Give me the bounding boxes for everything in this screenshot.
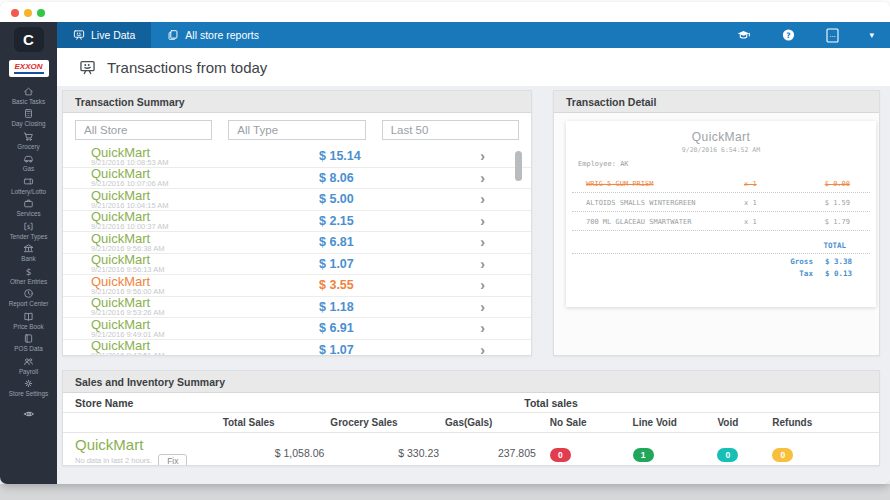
- line-void-badge: 1: [633, 448, 654, 462]
- table-group-header-row: Store Name Total sales: [63, 393, 879, 413]
- sidebar-item[interactable]: Services: [0, 197, 57, 220]
- transaction-row[interactable]: QuickMart 9/21/2016 9:49:01 AM $ 6.91 ›: [63, 318, 531, 340]
- transaction-timestamp: 9/21/2016 9:47:51 AM: [91, 352, 319, 356]
- transaction-detail-header: Transaction Detail: [554, 91, 879, 113]
- svg-text:$: $: [27, 223, 31, 229]
- transaction-row[interactable]: QuickMart 9/21/2016 9:53:26 AM $ 1.18 ›: [63, 297, 531, 319]
- sidebar-item[interactable]: Day Closing: [0, 107, 57, 130]
- sidebar-item-label: Price Book: [13, 323, 43, 330]
- sidebar-item-icon: [23, 288, 34, 299]
- svg-text:...: ...: [830, 30, 837, 38]
- training-cap-icon[interactable]: [736, 28, 751, 42]
- type-filter-input[interactable]: All Type: [228, 120, 365, 140]
- transaction-timestamp: 9/21/2016 10:07:06 AM: [91, 180, 319, 187]
- chevron-right-icon[interactable]: ›: [480, 302, 485, 312]
- chevron-right-icon[interactable]: ›: [480, 237, 485, 247]
- chevron-down-icon[interactable]: ▾: [869, 30, 874, 40]
- chevron-right-icon[interactable]: ›: [480, 194, 485, 204]
- sidebar-item[interactable]: Basic Tasks: [0, 84, 57, 107]
- sidebar-item-label: Bank: [21, 255, 35, 262]
- sidebar-item-label: Lottery/Lotto: [11, 188, 46, 195]
- receipt-item-price: $ 0.00: [825, 180, 850, 188]
- sidebar-item[interactable]: Bank: [0, 242, 57, 265]
- sidebar-item[interactable]: $ Tender Types: [0, 219, 57, 242]
- svg-text:?: ?: [787, 31, 791, 40]
- transaction-store: QuickMart 9/21/2016 9:49:01 AM: [91, 319, 319, 338]
- sidebar-item[interactable]: $ Other Entries: [0, 264, 57, 287]
- receipt-total-row-value: $ 3.38: [825, 257, 852, 266]
- fix-button[interactable]: Fix: [158, 454, 187, 467]
- transaction-summary-header: Transaction Summary: [63, 91, 531, 113]
- page-title: Transactions from today: [107, 59, 267, 76]
- transaction-detail-panel: Transaction Detail QuickMart 9/20/2016 6…: [553, 90, 880, 356]
- no-sale-badge: 0: [550, 448, 571, 462]
- help-icon[interactable]: ?: [781, 28, 796, 42]
- chevron-right-icon[interactable]: ›: [480, 173, 485, 183]
- sidebar-item[interactable]: Gas: [0, 152, 57, 175]
- transaction-amount: $ 1.07: [319, 343, 419, 356]
- sidebar-item[interactable]: Payroll: [0, 354, 57, 377]
- chevron-right-icon[interactable]: ›: [480, 323, 485, 333]
- receipt-total-row-label: Gross: [790, 257, 813, 266]
- grocery-sales-value: $ 330.23: [330, 447, 445, 459]
- zoom-window-button[interactable]: [37, 9, 45, 17]
- transaction-row[interactable]: QuickMart 9/21/2016 9:56:00 AM $ 3.55 ›: [63, 275, 531, 297]
- chevron-right-icon[interactable]: ›: [480, 280, 485, 290]
- receipt-item-price: $ 1.79: [825, 218, 850, 226]
- tab-live-data[interactable]: Live Data: [57, 22, 151, 48]
- transaction-row[interactable]: QuickMart 9/21/2016 10:00:37 AM $ 2.15 ›: [63, 211, 531, 233]
- chevron-right-icon[interactable]: ›: [480, 216, 485, 226]
- receipt-items: WRIG-5-GUM PRISM x 1 $ 0.00 ALTOIDS SMAL…: [572, 177, 870, 231]
- refunds-badge: 0: [772, 448, 793, 462]
- store-filter-input[interactable]: All Store: [75, 120, 212, 140]
- receipt-item-name: WRIG-5-GUM PRISM: [586, 180, 744, 188]
- minimize-window-button[interactable]: [24, 9, 32, 17]
- count-filter-input[interactable]: Last 50: [382, 120, 519, 140]
- tab-all-store-reports[interactable]: All store reports: [151, 22, 275, 48]
- col-total-sales: Total Sales: [223, 417, 331, 428]
- transaction-row[interactable]: QuickMart 9/21/2016 9:56:38 AM $ 6.81 ›: [63, 232, 531, 254]
- chevron-right-icon[interactable]: ›: [480, 345, 485, 355]
- store-name-link[interactable]: QuickMart: [75, 438, 223, 452]
- transaction-row[interactable]: QuickMart 9/21/2016 10:07:06 AM $ 8.06 ›: [63, 168, 531, 190]
- sidebar-item-icon: [23, 243, 34, 254]
- svg-text:$: $: [26, 267, 32, 277]
- sidebar-item[interactable]: Lottery/Lotto: [0, 174, 57, 197]
- list-scrollbar-thumb[interactable]: [515, 151, 522, 181]
- receipt-item-name: 700 ML GLACEAU SMARTWATER: [586, 218, 744, 226]
- sidebar-nav: Basic Tasks Day Closing Grocery Gas: [0, 84, 57, 399]
- transaction-store: QuickMart 9/21/2016 9:56:38 AM: [91, 233, 319, 252]
- transaction-row[interactable]: QuickMart 9/21/2016 10:04:15 AM $ 5.00 ›: [63, 189, 531, 211]
- app-logo[interactable]: C: [14, 27, 44, 52]
- sidebar-item-icon: [23, 378, 34, 389]
- transaction-row[interactable]: QuickMart 9/21/2016 9:47:51 AM $ 1.07 ›: [63, 340, 531, 357]
- preview-eye-button[interactable]: [22, 403, 36, 426]
- close-window-button[interactable]: [11, 9, 19, 17]
- chevron-right-icon[interactable]: ›: [480, 259, 485, 269]
- transaction-row[interactable]: QuickMart 9/21/2016 9:56:13 AM $ 1.07 ›: [63, 254, 531, 276]
- sidebar-item[interactable]: Store Settings: [0, 377, 57, 400]
- transaction-amount: $ 1.18: [319, 300, 419, 314]
- sales-inventory-panel: Sales and Inventory Summary Store Name T…: [62, 370, 880, 466]
- transaction-timestamp: 9/21/2016 9:56:00 AM: [91, 288, 319, 295]
- transaction-amount: $ 6.91: [319, 321, 419, 335]
- sidebar-item[interactable]: Price Book: [0, 309, 57, 332]
- presentation-screen-icon: [78, 59, 97, 76]
- sidebar-item[interactable]: Grocery: [0, 129, 57, 152]
- sidebar-item-icon: [23, 153, 34, 164]
- sidebar-item-label: Services: [16, 210, 40, 217]
- sidebar-item[interactable]: Report Center: [0, 287, 57, 310]
- app-window: C EXXON Basic Tasks Day Closing Grocery: [0, 2, 890, 484]
- sidebar-item-label: Basic Tasks: [12, 98, 45, 105]
- transaction-row[interactable]: QuickMart 9/21/2016 10:08:53 AM $ 15.14 …: [63, 146, 531, 168]
- receipt-total-row-label: Tax: [799, 269, 813, 278]
- transaction-summary-panel: Transaction Summary All Store All Type L…: [62, 90, 532, 356]
- transaction-timestamp: 9/21/2016 9:49:01 AM: [91, 331, 319, 338]
- more-options-icon[interactable]: ...: [826, 28, 839, 43]
- transaction-amount: $ 6.81: [319, 235, 419, 249]
- chevron-right-icon[interactable]: ›: [480, 151, 485, 161]
- sidebar-item[interactable]: POS Data: [0, 332, 57, 355]
- copy-icon: [167, 29, 179, 41]
- transaction-timestamp: 9/21/2016 9:56:38 AM: [91, 245, 319, 252]
- receipt-item-qty: x 1: [744, 218, 784, 226]
